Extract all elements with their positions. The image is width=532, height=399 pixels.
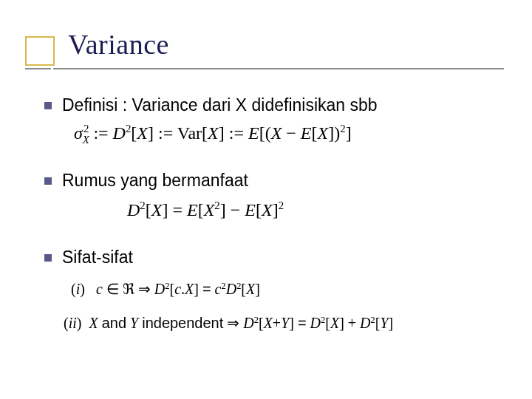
title-area: Variance <box>25 25 510 83</box>
bullet-icon <box>44 254 52 262</box>
bullet-item: Definisi : Variance dari X didefinisikan… <box>44 95 502 148</box>
bullet-icon <box>44 102 52 109</box>
title-underline-right <box>53 68 504 69</box>
bullet-text: Rumus yang bermanfaat <box>62 170 248 192</box>
formula-property-ii: (ii) X and Y independent ⇒ D2[X+Y] = D2[… <box>61 313 396 333</box>
bullet-icon <box>44 177 52 185</box>
bullet-text: Sifat-sifat <box>62 247 133 269</box>
title-underline-left <box>25 68 51 69</box>
formula-definition: σX2 := D2[X] := Var[X] := E[(X − E[X])2] <box>71 121 355 148</box>
bullet-text: Definisi : Variance dari X didefinisikan… <box>62 95 378 117</box>
formula-useful: D2[X] = E[X2] − E[X]2 <box>124 198 287 222</box>
slide: Variance Definisi : Variance dari X dide… <box>0 0 532 399</box>
title-accent-square <box>25 36 55 66</box>
bullet-item: Rumus yang bermanfaat D2[X] = E[X2] − E[… <box>44 170 502 222</box>
bullet-item: Sifat-sifat (i) c ∈ ℜ ⇒ D2[c.X] = c2D2[X… <box>44 247 502 334</box>
slide-body: Definisi : Variance dari X didefinisikan… <box>44 95 502 333</box>
formula-property-i: (i) c ∈ ℜ ⇒ D2[c.X] = c2D2[X] <box>68 279 263 299</box>
slide-title: Variance <box>68 28 169 61</box>
